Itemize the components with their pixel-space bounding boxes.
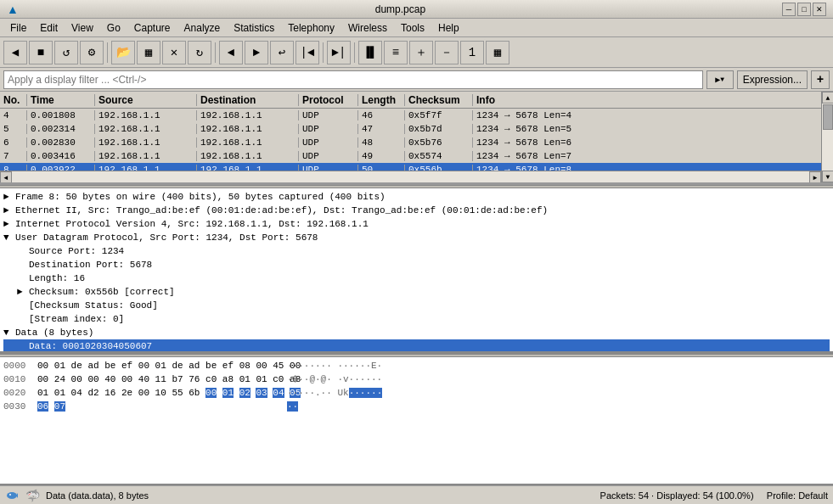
- filter-bar: ▶ ▼ Expression... +: [0, 68, 833, 92]
- toolbar-button-15[interactable]: ＋: [409, 41, 433, 64]
- cell-info: 1234 → 5678 Len=7: [473, 151, 833, 161]
- toolbar-button-14[interactable]: ≡: [384, 41, 408, 64]
- header-protocol: Protocol: [299, 94, 358, 106]
- cell-info: 1234 → 5678 Len=5: [473, 124, 833, 134]
- filter-apply-button[interactable]: ▶ ▼: [706, 70, 734, 89]
- cell-no: 6: [0, 137, 27, 148]
- packet-list-scrollbar[interactable]: ▲ ▼: [821, 92, 833, 182]
- hscroll-left-button[interactable]: ◄: [0, 171, 12, 183]
- toolbar-button-3[interactable]: ⚙: [80, 41, 104, 64]
- menu-item-capture[interactable]: Capture: [127, 20, 177, 36]
- scroll-up-button[interactable]: ▲: [822, 92, 833, 104]
- cell-proto: UDP: [299, 124, 358, 134]
- toolbar-button-2[interactable]: ↺: [54, 41, 78, 64]
- packet-row[interactable]: 4 0.001808 192.168.1.1 192.168.1.1 UDP 4…: [0, 109, 833, 122]
- menu-item-view[interactable]: View: [65, 20, 100, 36]
- menu-item-edit[interactable]: Edit: [33, 20, 65, 36]
- detail-text: Frame 8: 50 bytes on wire (400 bits), 50…: [15, 192, 386, 202]
- menu-item-wireless[interactable]: Wireless: [341, 20, 394, 36]
- toolbar-button-1[interactable]: ■: [29, 41, 53, 64]
- packet-row[interactable]: 6 0.002830 192.168.1.1 192.168.1.1 UDP 4…: [0, 136, 833, 149]
- cell-no: 7: [0, 151, 27, 161]
- detail-row[interactable]: ►Checksum: 0x556b [correct]: [3, 285, 830, 299]
- packet-list-header: No. Time Source Destination Protocol Len…: [0, 92, 833, 109]
- detail-text: [Stream index: 0]: [29, 314, 124, 324]
- packet-row[interactable]: 5 0.002314 192.168.1.1 192.168.1.1 UDP 4…: [0, 122, 833, 136]
- menu-item-statistics[interactable]: Statistics: [227, 20, 281, 36]
- toolbar-button-6[interactable]: ✕: [162, 41, 186, 64]
- cell-no: 4: [0, 110, 27, 120]
- maximize-button[interactable]: □: [797, 3, 811, 16]
- toolbar-button-11[interactable]: |◄: [295, 41, 319, 64]
- menu-item-help[interactable]: Help: [431, 20, 466, 36]
- cell-chk: 0x5f7f: [405, 110, 473, 120]
- toolbar-separator-4: [107, 42, 108, 63]
- detail-row[interactable]: ►Ethernet II, Src: Trango_ad:be:ef (00:0…: [3, 204, 830, 217]
- cell-proto: UDP: [299, 137, 358, 148]
- cell-src: 192.168.1.1: [95, 124, 197, 134]
- detail-row[interactable]: Destination Port: 5678: [3, 258, 830, 272]
- detail-row[interactable]: ►Frame 8: 50 bytes on wire (400 bits), 5…: [3, 190, 830, 204]
- detail-row[interactable]: ►Internet Protocol Version 4, Src: 192.1…: [3, 217, 830, 231]
- hscroll-right-button[interactable]: ►: [809, 171, 821, 183]
- cell-chk: 0x5b7d: [405, 124, 473, 134]
- toolbar-separator-13: [354, 42, 355, 63]
- hex-ascii-highlight: ·: [287, 401, 293, 412]
- cell-dst: 192.168.1.1: [197, 124, 299, 134]
- cell-proto: UDP: [299, 110, 358, 120]
- toolbar-button-7[interactable]: ↻: [188, 41, 211, 64]
- hex-ascii: ··: [287, 401, 298, 412]
- cell-len: 46: [358, 110, 405, 120]
- toggle-icon: ►: [17, 287, 29, 297]
- detail-row[interactable]: Data: 0001020304050607: [3, 339, 830, 353]
- svg-point-2: [9, 494, 11, 496]
- scroll-down-button[interactable]: ▼: [822, 171, 833, 182]
- menu-item-telephony[interactable]: Telephony: [281, 20, 341, 36]
- toolbar-button-5[interactable]: ▦: [137, 41, 160, 64]
- toolbar-button-8[interactable]: ◄: [219, 41, 243, 64]
- detail-text: Data: 0001020304050607: [29, 341, 152, 351]
- detail-text: Data (8 bytes): [15, 328, 93, 338]
- toolbar-button-13[interactable]: ▐▌: [358, 41, 382, 64]
- scroll-track: [822, 104, 833, 171]
- menu-item-file[interactable]: File: [3, 20, 33, 36]
- toolbar-button-18[interactable]: ▦: [486, 41, 509, 64]
- hex-offset: 0000: [3, 361, 34, 371]
- packet-list-hscrollbar[interactable]: ◄ ►: [0, 171, 821, 182]
- hex-byte-highlight: 06: [37, 401, 48, 412]
- cell-dst: 192.168.1.1: [197, 151, 299, 161]
- hex-ascii: ·····.·· Uk······: [287, 388, 382, 398]
- detail-row[interactable]: [Checksum Status: Good]: [3, 299, 830, 312]
- cell-src: 192.168.1.1: [95, 110, 197, 120]
- hex-row: 000000 01 de ad be ef 00 01 de ad be ef …: [3, 359, 830, 372]
- minimize-button[interactable]: ─: [782, 3, 796, 16]
- scroll-thumb[interactable]: [823, 104, 833, 130]
- expression-button[interactable]: Expression...: [737, 70, 808, 89]
- detail-row[interactable]: Source Port: 1234: [3, 244, 830, 258]
- packet-list: No. Time Source Destination Protocol Len…: [0, 92, 833, 185]
- detail-row[interactable]: ▼Data (8 bytes): [3, 326, 830, 339]
- filter-input[interactable]: [3, 70, 703, 89]
- menu-item-go[interactable]: Go: [100, 20, 127, 36]
- toolbar-button-16[interactable]: －: [435, 41, 459, 64]
- detail-row[interactable]: Length: 16: [3, 272, 830, 285]
- header-source: Source: [95, 94, 197, 106]
- app-icon: ▲: [7, 3, 19, 16]
- cell-time: 0.003416: [27, 151, 95, 161]
- detail-row[interactable]: [Stream index: 0]: [3, 312, 830, 326]
- toolbar-button-12[interactable]: ►|: [327, 41, 351, 64]
- detail-row[interactable]: ▼User Datagram Protocol, Src Port: 1234,…: [3, 231, 830, 244]
- cell-time: 0.002314: [27, 124, 95, 134]
- packet-row[interactable]: 7 0.003416 192.168.1.1 192.168.1.1 UDP 4…: [0, 149, 833, 163]
- menu-item-analyze[interactable]: Analyze: [177, 20, 228, 36]
- toolbar-button-17[interactable]: 1: [460, 41, 484, 64]
- toolbar-button-0[interactable]: ◀: [3, 41, 27, 64]
- close-window-button[interactable]: ✕: [813, 3, 826, 16]
- toolbar-separator-8: [215, 42, 216, 63]
- menu-item-tools[interactable]: Tools: [394, 20, 431, 36]
- toolbar-button-4[interactable]: 📂: [111, 41, 135, 64]
- toolbar-button-10[interactable]: ↩: [270, 41, 294, 64]
- toolbar: ◀■↺⚙📂▦✕↻◄►↩|◄►|▐▌≡＋－1▦: [0, 37, 833, 68]
- toolbar-button-9[interactable]: ►: [245, 41, 268, 64]
- add-filter-button[interactable]: +: [811, 70, 830, 89]
